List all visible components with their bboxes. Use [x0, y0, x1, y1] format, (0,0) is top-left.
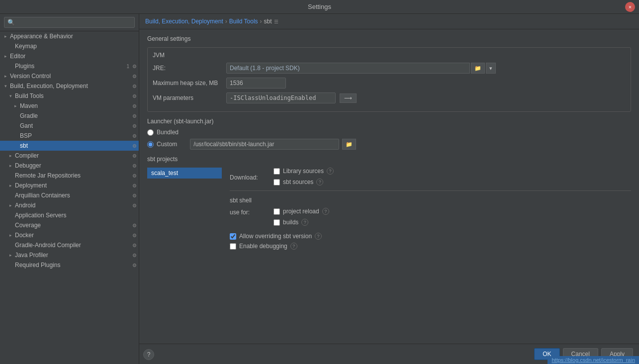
- sidebar-gear-android[interactable]: ⚙: [132, 203, 137, 208]
- sidebar-label-version-control: Version Control: [9, 72, 131, 80]
- jre-input[interactable]: [226, 63, 470, 74]
- breadcrumb-menu-icon[interactable]: ☰: [274, 19, 278, 24]
- sidebar-item-maven[interactable]: Maven⚙: [0, 101, 139, 111]
- builds-checkbox[interactable]: [274, 219, 280, 226]
- enable-debugging-help-icon[interactable]: ?: [290, 243, 297, 250]
- library-sources-label[interactable]: Library sources: [283, 168, 324, 175]
- general-settings-title: General settings: [147, 35, 631, 42]
- builds-label[interactable]: builds: [283, 219, 298, 226]
- enable-debugging-checkbox[interactable]: [230, 243, 236, 250]
- sidebar-item-deployment[interactable]: Deployment⚙: [0, 181, 139, 190]
- sidebar-gear-version-control[interactable]: ⚙: [132, 74, 137, 79]
- custom-radio[interactable]: [147, 141, 154, 148]
- sidebar-label-keymap: Keymap: [14, 42, 137, 50]
- jre-dropdown-button[interactable]: ▾: [486, 63, 496, 74]
- sidebar-label-docker: Docker: [14, 231, 131, 239]
- settings-content: General settings JVM JRE: 📁 ▾ Maximum he…: [139, 29, 639, 344]
- search-input[interactable]: [4, 17, 135, 28]
- enable-debugging-label[interactable]: Enable debugging: [239, 243, 287, 250]
- sidebar-label-gant: Gant: [19, 122, 131, 130]
- allow-overriding-help-icon[interactable]: ?: [315, 233, 322, 240]
- sidebar-item-gant[interactable]: Gant⚙: [0, 121, 139, 131]
- sidebar-arrow-debugger: [7, 163, 14, 168]
- close-button[interactable]: ×: [625, 2, 635, 12]
- allow-overriding-label[interactable]: Allow overriding sbt version: [239, 233, 312, 240]
- sidebar-arrow-build-tools: [7, 93, 14, 98]
- sidebar-item-gradle[interactable]: Gradle⚙: [0, 111, 139, 121]
- breadcrumb-sbt: sbt: [264, 18, 272, 25]
- max-heap-label: Maximum heap size, MB: [153, 80, 222, 87]
- sidebar-item-remote-jar[interactable]: Remote Jar Repositories⚙: [0, 171, 139, 181]
- library-sources-help-icon[interactable]: ?: [327, 168, 334, 175]
- builds-help-icon[interactable]: ?: [301, 219, 308, 226]
- vm-params-input[interactable]: [226, 92, 336, 103]
- sidebar-gear-build-execution[interactable]: ⚙: [132, 84, 137, 89]
- sidebar-item-plugins[interactable]: Plugins1⚙: [0, 61, 139, 71]
- sidebar-item-compiler[interactable]: Compiler⚙: [0, 151, 139, 161]
- sidebar-item-arquillian[interactable]: Arquillian Containers⚙: [0, 190, 139, 200]
- sidebar-gear-deployment[interactable]: ⚙: [132, 183, 137, 188]
- sidebar-gear-gradle[interactable]: ⚙: [132, 113, 137, 119]
- custom-path-browse-button[interactable]: 📁: [342, 139, 356, 150]
- sidebar-gear-gant[interactable]: ⚙: [132, 123, 137, 129]
- vm-params-expand-button[interactable]: ⟶: [340, 93, 357, 103]
- sidebar-gear-debugger[interactable]: ⚙: [132, 163, 137, 169]
- sidebar-gear-java-profiler[interactable]: ⚙: [132, 253, 137, 258]
- jre-row: JRE: 📁 ▾: [153, 63, 626, 74]
- sidebar-item-debugger[interactable]: Debugger⚙: [0, 161, 139, 171]
- bundled-label[interactable]: Bundled: [157, 129, 179, 136]
- sidebar-label-arquillian: Arquillian Containers: [14, 191, 131, 199]
- sidebar-item-gradle-android[interactable]: Gradle-Android Compiler⚙: [0, 240, 139, 250]
- sidebar-item-version-control[interactable]: Version Control⚙: [0, 71, 139, 81]
- project-reload-help-icon[interactable]: ?: [322, 208, 329, 215]
- breadcrumb-build-execution[interactable]: Build, Execution, Deployment: [145, 18, 223, 25]
- bundled-radio[interactable]: [147, 129, 154, 136]
- sbt-sources-checkbox[interactable]: [274, 179, 280, 185]
- sidebar-item-required-plugins[interactable]: Required Plugins⚙: [0, 260, 139, 270]
- sidebar-gear-required-plugins[interactable]: ⚙: [132, 263, 137, 268]
- sidebar-item-keymap[interactable]: Keymap: [0, 41, 139, 51]
- project-list-item-scala-test[interactable]: scala_test: [147, 168, 222, 179]
- help-button[interactable]: ?: [143, 349, 154, 360]
- sidebar-gear-gradle-android[interactable]: ⚙: [132, 243, 137, 248]
- sidebar-gear-coverage[interactable]: ⚙: [132, 223, 137, 228]
- sidebar-arrow-maven: [12, 103, 19, 108]
- extra-options: Allow overriding sbt version ? Enable de…: [230, 233, 631, 250]
- sidebar-item-sbt[interactable]: sbt⚙: [0, 141, 139, 151]
- sidebar-gear-remote-jar[interactable]: ⚙: [132, 173, 137, 179]
- sidebar-item-editor[interactable]: Editor: [0, 51, 139, 61]
- sidebar-label-build-tools: Build Tools: [14, 92, 131, 100]
- sidebar-gear-docker[interactable]: ⚙: [132, 233, 137, 238]
- breadcrumb-build-tools[interactable]: Build Tools: [229, 18, 258, 25]
- project-reload-label[interactable]: project reload: [283, 208, 319, 215]
- max-heap-input[interactable]: [226, 78, 286, 89]
- sidebar-item-java-profiler[interactable]: Java Profiler⚙: [0, 250, 139, 260]
- library-sources-checkbox[interactable]: [274, 168, 280, 175]
- status-bar-link[interactable]: https://blog.csdn.net/icestorm_rain: [548, 356, 639, 364]
- sidebar-item-coverage[interactable]: Coverage⚙: [0, 220, 139, 230]
- custom-path-input[interactable]: [190, 139, 339, 150]
- sidebar-gear-bsp[interactable]: ⚙: [132, 133, 137, 139]
- sidebar-item-app-servers[interactable]: Application Servers: [0, 210, 139, 220]
- sbt-sources-help-icon[interactable]: ?: [316, 179, 323, 185]
- jre-browse-button[interactable]: 📁: [471, 63, 485, 74]
- sidebar-item-docker[interactable]: Docker⚙: [0, 230, 139, 240]
- sidebar-item-android[interactable]: Android⚙: [0, 200, 139, 210]
- sidebar-item-build-tools[interactable]: Build Tools⚙: [0, 91, 139, 101]
- custom-label[interactable]: Custom: [157, 141, 177, 148]
- sidebar-gear-maven[interactable]: ⚙: [132, 103, 137, 109]
- project-reload-checkbox[interactable]: [274, 208, 280, 215]
- sidebar-gear-build-tools[interactable]: ⚙: [132, 93, 137, 99]
- allow-overriding-checkbox[interactable]: [230, 233, 236, 240]
- sidebar-label-deployment: Deployment: [14, 182, 131, 189]
- sidebar-gear-arquillian[interactable]: ⚙: [132, 193, 137, 198]
- sidebar-gear-sbt[interactable]: ⚙: [132, 143, 137, 149]
- sidebar-gear-plugins[interactable]: ⚙: [132, 64, 137, 69]
- sidebar-item-build-execution[interactable]: Build, Execution, Deployment⚙: [0, 81, 139, 91]
- sidebar-item-bsp[interactable]: BSP⚙: [0, 131, 139, 141]
- sbt-projects-title: sbt projects: [147, 156, 631, 163]
- sidebar-item-appearance[interactable]: Appearance & Behavior: [0, 31, 139, 41]
- sidebar-gear-compiler[interactable]: ⚙: [132, 153, 137, 159]
- library-sources-row: Library sources ?: [274, 168, 334, 175]
- sbt-sources-label[interactable]: sbt sources: [283, 179, 313, 185]
